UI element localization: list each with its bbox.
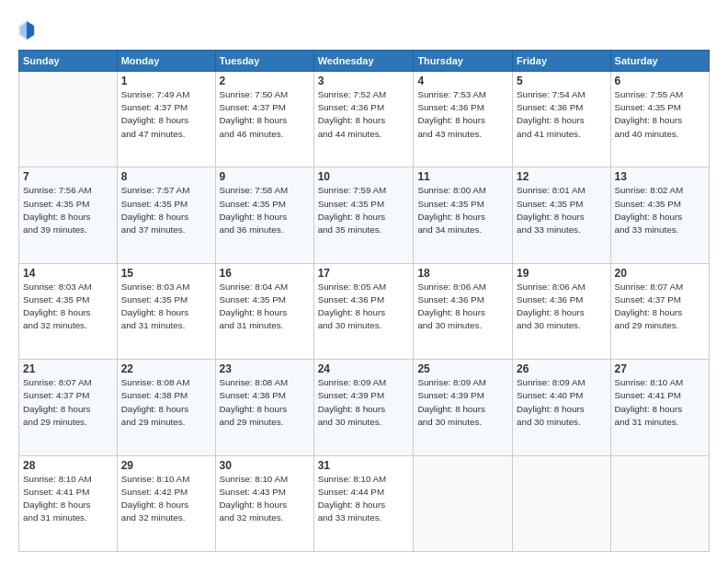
calendar-cell: 11Sunrise: 8:00 AMSunset: 4:35 PMDayligh…	[414, 167, 513, 263]
day-number: 8	[121, 170, 211, 183]
calendar-cell: 9Sunrise: 7:58 AMSunset: 4:35 PMDaylight…	[215, 167, 313, 263]
weekday-header-tuesday: Tuesday	[215, 51, 313, 72]
calendar-cell: 19Sunrise: 8:06 AMSunset: 4:36 PMDayligh…	[513, 263, 611, 359]
day-number: 21	[23, 362, 113, 375]
day-number: 24	[318, 362, 410, 375]
calendar-cell: 7Sunrise: 7:56 AMSunset: 4:35 PMDaylight…	[19, 167, 118, 263]
calendar-cell: 12Sunrise: 8:01 AMSunset: 4:35 PMDayligh…	[513, 167, 611, 263]
calendar-week-1: 1Sunrise: 7:49 AMSunset: 4:37 PMDaylight…	[19, 72, 710, 167]
calendar-cell: 20Sunrise: 8:07 AMSunset: 4:37 PMDayligh…	[610, 263, 709, 359]
day-number: 2	[220, 75, 310, 87]
day-number: 26	[517, 362, 607, 375]
calendar-cell	[19, 72, 118, 167]
calendar-week-4: 21Sunrise: 8:07 AMSunset: 4:37 PMDayligh…	[19, 360, 710, 455]
day-info: Sunrise: 7:55 AMSunset: 4:35 PMDaylight:…	[615, 88, 705, 141]
day-info: Sunrise: 7:53 AMSunset: 4:36 PMDaylight:…	[417, 88, 508, 141]
day-info: Sunrise: 8:01 AMSunset: 4:35 PMDaylight:…	[517, 184, 607, 236]
calendar-week-5: 28Sunrise: 8:10 AMSunset: 4:41 PMDayligh…	[19, 455, 710, 551]
calendar-cell: 26Sunrise: 8:09 AMSunset: 4:40 PMDayligh…	[513, 360, 611, 455]
day-info: Sunrise: 7:56 AMSunset: 4:35 PMDaylight:…	[23, 184, 113, 236]
weekday-header-sunday: Sunday	[19, 51, 118, 72]
calendar-cell: 25Sunrise: 8:09 AMSunset: 4:39 PMDayligh…	[414, 360, 513, 455]
calendar-cell: 27Sunrise: 8:10 AMSunset: 4:41 PMDayligh…	[610, 360, 709, 455]
calendar-cell: 3Sunrise: 7:52 AMSunset: 4:36 PMDaylight…	[313, 72, 414, 167]
day-info: Sunrise: 8:00 AMSunset: 4:35 PMDaylight:…	[417, 184, 508, 236]
day-info: Sunrise: 7:59 AMSunset: 4:35 PMDaylight:…	[318, 184, 410, 236]
calendar-week-3: 14Sunrise: 8:03 AMSunset: 4:35 PMDayligh…	[19, 263, 710, 359]
logo-icon	[18, 20, 35, 40]
logo	[18, 20, 39, 40]
day-info: Sunrise: 8:05 AMSunset: 4:36 PMDaylight:…	[318, 281, 410, 333]
day-number: 4	[417, 75, 508, 87]
day-number: 17	[318, 267, 410, 280]
weekday-header-monday: Monday	[117, 51, 215, 72]
calendar-cell: 10Sunrise: 7:59 AMSunset: 4:35 PMDayligh…	[313, 167, 414, 263]
calendar-cell	[513, 455, 611, 551]
header	[18, 17, 710, 40]
calendar-cell	[610, 455, 709, 551]
calendar-header: SundayMondayTuesdayWednesdayThursdayFrid…	[19, 51, 710, 72]
day-info: Sunrise: 8:09 AMSunset: 4:39 PMDaylight:…	[417, 376, 508, 429]
day-number: 3	[318, 75, 410, 87]
day-number: 30	[220, 459, 310, 472]
day-info: Sunrise: 8:08 AMSunset: 4:38 PMDaylight:…	[220, 376, 310, 429]
day-number: 22	[121, 362, 211, 375]
day-info: Sunrise: 7:50 AMSunset: 4:37 PMDaylight:…	[220, 88, 310, 141]
day-number: 20	[615, 267, 705, 280]
day-number: 9	[220, 170, 310, 183]
day-number: 10	[318, 170, 410, 183]
calendar-cell: 18Sunrise: 8:06 AMSunset: 4:36 PMDayligh…	[414, 263, 513, 359]
day-info: Sunrise: 8:08 AMSunset: 4:38 PMDaylight:…	[121, 376, 211, 429]
day-number: 16	[220, 267, 310, 280]
calendar-body: 1Sunrise: 7:49 AMSunset: 4:37 PMDaylight…	[19, 72, 710, 552]
day-info: Sunrise: 7:54 AMSunset: 4:36 PMDaylight:…	[517, 88, 607, 141]
calendar-cell: 16Sunrise: 8:04 AMSunset: 4:35 PMDayligh…	[215, 263, 313, 359]
day-info: Sunrise: 8:10 AMSunset: 4:42 PMDaylight:…	[121, 473, 211, 525]
page: SundayMondayTuesdayWednesdayThursdayFrid…	[0, 0, 728, 563]
day-info: Sunrise: 8:09 AMSunset: 4:40 PMDaylight:…	[517, 376, 607, 429]
day-info: Sunrise: 8:10 AMSunset: 4:44 PMDaylight:…	[318, 473, 410, 525]
calendar-cell: 29Sunrise: 8:10 AMSunset: 4:42 PMDayligh…	[117, 455, 215, 551]
day-number: 18	[417, 267, 508, 280]
day-number: 29	[121, 459, 211, 472]
day-info: Sunrise: 8:10 AMSunset: 4:41 PMDaylight:…	[23, 473, 113, 525]
day-info: Sunrise: 8:04 AMSunset: 4:35 PMDaylight:…	[220, 281, 310, 333]
day-info: Sunrise: 8:06 AMSunset: 4:36 PMDaylight:…	[417, 281, 508, 333]
day-number: 1	[121, 75, 211, 87]
calendar-cell: 30Sunrise: 8:10 AMSunset: 4:43 PMDayligh…	[215, 455, 313, 551]
day-info: Sunrise: 8:09 AMSunset: 4:39 PMDaylight:…	[318, 376, 410, 429]
day-number: 11	[417, 170, 508, 183]
day-info: Sunrise: 8:03 AMSunset: 4:35 PMDaylight:…	[121, 281, 211, 333]
day-number: 6	[615, 75, 705, 87]
day-info: Sunrise: 8:10 AMSunset: 4:41 PMDaylight:…	[615, 376, 705, 429]
day-number: 23	[220, 362, 310, 375]
day-number: 5	[517, 75, 607, 87]
calendar-week-2: 7Sunrise: 7:56 AMSunset: 4:35 PMDaylight…	[19, 167, 710, 263]
calendar-table: SundayMondayTuesdayWednesdayThursdayFrid…	[18, 50, 710, 552]
day-info: Sunrise: 8:02 AMSunset: 4:35 PMDaylight:…	[615, 184, 705, 236]
calendar-cell: 31Sunrise: 8:10 AMSunset: 4:44 PMDayligh…	[313, 455, 414, 551]
weekday-header-saturday: Saturday	[610, 51, 709, 72]
day-info: Sunrise: 7:57 AMSunset: 4:35 PMDaylight:…	[121, 184, 211, 236]
calendar-cell	[414, 455, 513, 551]
day-info: Sunrise: 7:52 AMSunset: 4:36 PMDaylight:…	[318, 88, 410, 141]
day-number: 27	[615, 362, 705, 375]
day-info: Sunrise: 8:06 AMSunset: 4:36 PMDaylight:…	[517, 281, 607, 333]
weekday-header-wednesday: Wednesday	[313, 51, 414, 72]
calendar-cell: 14Sunrise: 8:03 AMSunset: 4:35 PMDayligh…	[19, 263, 118, 359]
calendar-cell: 23Sunrise: 8:08 AMSunset: 4:38 PMDayligh…	[215, 360, 313, 455]
calendar-cell: 22Sunrise: 8:08 AMSunset: 4:38 PMDayligh…	[117, 360, 215, 455]
day-info: Sunrise: 7:58 AMSunset: 4:35 PMDaylight:…	[220, 184, 310, 236]
day-number: 12	[517, 170, 607, 183]
day-number: 13	[615, 170, 705, 183]
day-number: 19	[517, 267, 607, 280]
calendar-cell: 17Sunrise: 8:05 AMSunset: 4:36 PMDayligh…	[313, 263, 414, 359]
day-info: Sunrise: 8:10 AMSunset: 4:43 PMDaylight:…	[220, 473, 310, 525]
day-number: 25	[417, 362, 508, 375]
day-number: 28	[23, 459, 113, 472]
calendar-cell: 28Sunrise: 8:10 AMSunset: 4:41 PMDayligh…	[19, 455, 118, 551]
calendar-cell: 1Sunrise: 7:49 AMSunset: 4:37 PMDaylight…	[117, 72, 215, 167]
day-number: 15	[121, 267, 211, 280]
day-number: 31	[318, 459, 410, 472]
day-info: Sunrise: 7:49 AMSunset: 4:37 PMDaylight:…	[121, 88, 211, 141]
